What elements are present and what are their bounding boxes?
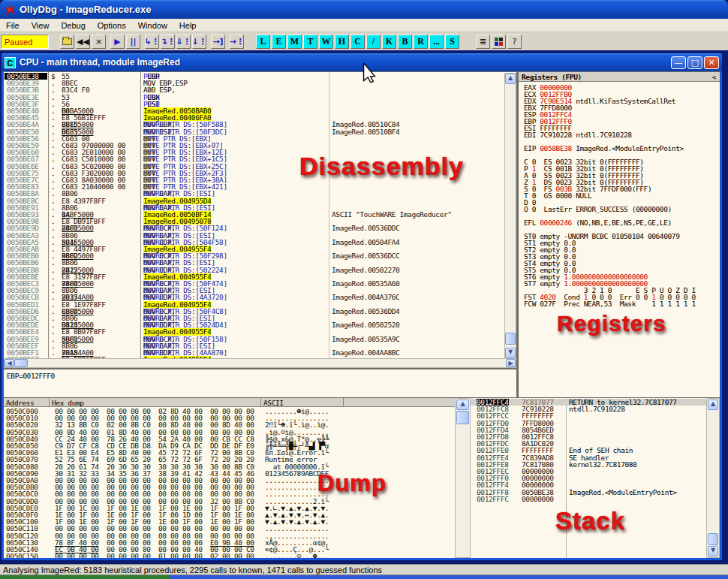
pane-button-c[interactable]: C [350,35,365,49]
toolbar: Paused ◀◀×▶||↳⋮↴⋮⇓⋮↓⋮→]→⋮ LEMTWHC/KBR...… [0,32,728,50]
disassembly-horizontal-scrollbar[interactable]: ◀ ▶ [4,358,516,368]
scroll-up-icon[interactable]: ▲ [505,74,516,84]
pane-button-w[interactable]: W [319,35,333,49]
pane-button-l[interactable]: L [256,35,270,49]
info-pane-text: EBP=0012FFF0 [7,372,55,380]
ollydbg-logo-icon [4,4,16,16]
scroll-thumb[interactable] [505,333,516,345]
colors-icon [495,38,503,46]
menu-item-help[interactable]: Help [173,20,203,32]
close-program-button[interactable]: × [92,35,106,49]
register-line[interactable]: FCW 027F Prec NEAR,53 Mask 1 1 1 1 1 1 [524,300,696,307]
dump-vertical-scrollbar[interactable]: ▲ [455,398,471,558]
pane-button-r[interactable]: R [414,35,428,49]
scroll-right-icon[interactable]: ▶ [506,359,516,367]
disassembly-row[interactable]: 0050BE3E.53PUSH EBX [4,94,516,101]
scroll-up-icon[interactable]: ▲ [708,400,718,410]
register-seg: (NO,NB,E,BE,NS,PE,GE,LE) [572,219,672,227]
log-window-button[interactable]: ≣ [476,35,490,49]
play-icon: ▶ [114,37,120,47]
scroll-left-icon[interactable]: ◀ [5,359,14,367]
step-over-button[interactable]: ↴⋮ [161,35,175,49]
go-to-address-button[interactable]: →⋮ [230,35,244,49]
window-titlebar[interactable]: OllyDbg - ImageReducer.exe [0,0,728,19]
open-file-button[interactable] [60,35,74,49]
pane-button-dots[interactable]: ... [429,35,444,49]
stack-comment: ImageRed.<ModuleEntryPoint> [569,489,677,496]
help-button[interactable]: ? [507,35,522,49]
dump-annotation: Dump [317,470,387,497]
appearance-button[interactable] [492,35,506,49]
execute-till-return-button[interactable]: →] [211,35,225,49]
disassembly-pane[interactable]: 0050BE38$55PUSH EBP0050BE39.8BECMOV EBP,… [4,72,516,358]
status-paused-badge: Paused [1,35,49,49]
rewind-icon: ◀◀ [77,37,89,47]
stack-row[interactable]: 0012FFFC00000000 [471,496,706,502]
pane-button-m[interactable]: M [287,35,302,49]
register-line[interactable]: EFL 00000246 (NO,NB,E,BE,NS,PE,GE,LE) [524,219,672,226]
instruction-comment: ImageRed.00504FA4 [332,239,399,246]
registers-header: Registers (FPU) < [519,72,720,82]
restart-button[interactable]: ◀◀ [76,35,90,49]
trace-into-icon: ⇓⋮ [176,37,191,47]
run-button[interactable]: ▶ [110,35,125,49]
register-line[interactable]: EDI 7C910228 ntdll.7C910228 [524,131,632,138]
instruction-comment: ASCII "TouchWARE ImageReducer" [332,211,452,218]
cpu-window-icon: C [5,57,16,68]
scroll-thumb[interactable] [14,359,28,367]
disassembly-row[interactable]: 0050BE8C.E8 4397F8FFCALL ImageRed.004955… [4,198,516,204]
scroll-thumb[interactable] [456,411,469,424]
pane-button-t[interactable]: T [303,35,317,49]
status-bar-text: Analysing ImageRed: 5183 heuristical pro… [3,565,382,574]
disassembly-row[interactable]: 0050BE9D.8B0D 24F15000MOV ECX,DWORD PTR … [4,225,516,231]
menu-item-debug[interactable]: Debug [55,20,91,32]
disassembly-row[interactable]: 0050BEB0.8B0D 98F25000MOV ECX,DWORD PTR … [4,252,516,259]
registers-header-label: Registers (FPU) [522,73,582,81]
disassembly-row[interactable]: 0050BE38$55PUSH EBP [4,73,516,80]
folder-icon [62,38,72,45]
cpu-close-button[interactable]: ✕ [704,56,719,69]
pane-button-e[interactable]: E [272,35,286,49]
scroll-thumb[interactable] [708,533,718,545]
arrow-bracket-icon: →] [212,37,223,47]
cpu-window-titlebar[interactable]: C CPU - main thread, module ImageRed — □… [2,53,722,71]
trace-over-button[interactable]: ↓⋮ [192,35,206,49]
menu-item-view[interactable]: View [26,20,56,32]
cpu-maximize-button[interactable]: □ [687,56,702,69]
disassembly-row[interactable]: 0050BE83.C683 21040000 00MOV BYTE PTR DS… [4,183,516,190]
stack-address: 0012FFFC [477,496,509,502]
disassembly-vertical-scrollbar[interactable]: ▲ ▼ [504,73,516,358]
pane-button-h[interactable]: H [335,35,349,49]
registers-pane[interactable]: Registers (FPU) < EAX 00000000ECX 0012FF… [519,72,720,397]
pane-button-k[interactable]: K [382,35,396,49]
pane-button-s[interactable]: S [445,35,459,49]
scroll-down-icon[interactable]: ▼ [708,546,718,556]
dump-address: 0050C150 [6,553,38,558]
pane-button-b[interactable]: B [398,35,412,49]
step-into-button[interactable]: ↳⋮ [145,35,159,49]
disassembly-row[interactable]: 0050BED6.8B0D C8F45000MOV ECX,DWORD PTR … [4,308,516,315]
scroll-down-icon[interactable]: ▼ [505,348,516,358]
pause-button[interactable]: || [126,35,140,49]
dump-pane[interactable]: Address Hex dump ASCII 0050C00000 00 00 … [4,398,455,558]
menu-item-options[interactable]: Options [92,20,132,32]
menu-item-file[interactable]: File [0,20,26,32]
pane-button-slash[interactable]: / [366,35,381,49]
disassembly-row[interactable]: 0050BEE9.8B0D 58F15000MOV ECX,DWORD PTR … [4,336,516,342]
disassembly-row[interactable]: 0050BEC3.8B0D 74F45000MOV ECX,DWORD PTR … [4,280,516,287]
stack-vertical-scrollbar[interactable]: ▲ ▼ [706,398,720,558]
register-line[interactable]: O 0 LastErr ERROR_SUCCESS (00000000) [524,206,672,213]
window-title: OllyDbg - ImageReducer.exe [20,4,152,15]
disassembly-row[interactable]: 0050BE3B.83C4 F0ADD ESP,-10 [4,86,516,93]
menu-item-window[interactable]: Window [132,20,173,32]
register-line[interactable]: EIP 0050BE38 ImageRed.<ModuleEntryPoint> [524,145,684,152]
info-pane[interactable]: EBP=0012FFF0 [4,369,516,397]
cpu-minimize-button[interactable]: — [671,56,686,69]
scroll-up-icon[interactable]: ▲ [456,400,469,410]
registers-collapse-button[interactable]: < [712,73,716,81]
register-seg: O 0 LastErr ERROR_SUCCESS (00000000) [524,205,672,213]
register-seg: 00000246 [540,219,572,227]
dump-row[interactable]: 0050C15000 00 00 0000 00 00 0001 00 00 0… [4,553,455,558]
stack-value: 00000000 [522,496,554,502]
trace-into-button[interactable]: ⇓⋮ [176,35,191,49]
